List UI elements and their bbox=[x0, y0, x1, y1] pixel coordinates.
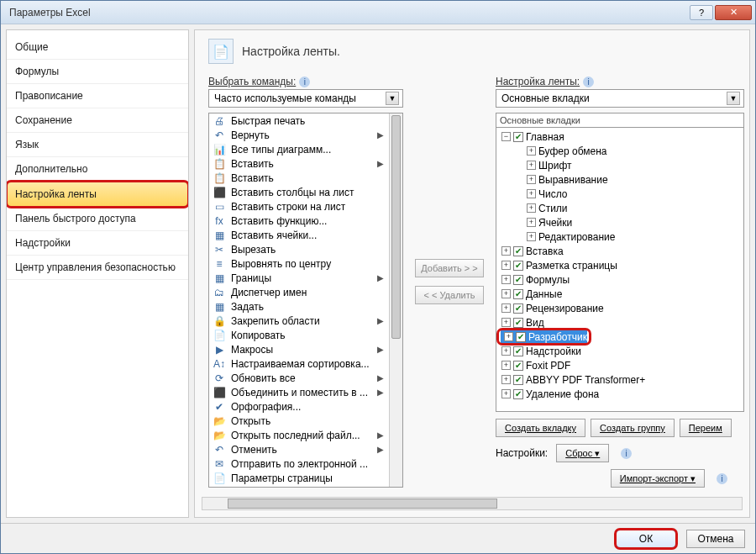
chevron-down-icon: ▼ bbox=[727, 92, 740, 105]
command-icon: ▦ bbox=[213, 300, 226, 314]
tree-tab[interactable]: +✔Разработчик bbox=[501, 330, 587, 344]
command-icon: 📂 bbox=[213, 414, 226, 428]
command-icon: 📋 bbox=[213, 157, 226, 171]
window-title: Параметры Excel bbox=[9, 7, 688, 18]
customise-target-combo[interactable]: Основные вкладки ▼ bbox=[496, 89, 744, 108]
new-tab-button[interactable]: Создать вкладку bbox=[496, 419, 585, 437]
sidebar-item[interactable]: Центр управления безопасностью bbox=[7, 256, 188, 280]
tree-tab[interactable]: +✔Формулы bbox=[498, 272, 742, 287]
scrollbar[interactable] bbox=[389, 113, 402, 487]
command-icon: fx bbox=[213, 214, 226, 228]
command-item[interactable]: ▶Макросы▶ bbox=[209, 342, 389, 356]
sidebar-item[interactable]: Панель быстрого доступа bbox=[7, 207, 188, 231]
help-button[interactable]: ? bbox=[690, 5, 713, 20]
rename-button[interactable]: Переим bbox=[680, 419, 732, 437]
command-icon: ⟳ bbox=[213, 372, 226, 385]
tree-tab[interactable]: +✔ABBYY PDF Transformer+ bbox=[498, 372, 742, 387]
tree-tab[interactable]: +✔Удаление фона bbox=[498, 387, 742, 401]
command-item[interactable]: ✉Отправить по электронной ... bbox=[209, 456, 389, 471]
tree-group[interactable]: +Редактирование bbox=[498, 230, 742, 244]
info-icon[interactable]: i bbox=[717, 473, 727, 484]
tree-tab[interactable]: +✔Вид bbox=[498, 315, 742, 330]
horizontal-scrollbar[interactable] bbox=[202, 497, 743, 510]
command-item[interactable]: 📂Открыть последний файл...▶ bbox=[209, 428, 389, 442]
settings-row: Настройки: Сброс ▾ i bbox=[496, 444, 744, 462]
main-panel: 📄 Настройка ленты. Выбрать команды:i Час… bbox=[194, 29, 750, 518]
titlebar: Параметры Excel ? ✕ bbox=[1, 1, 755, 24]
chevron-right-icon: ▶ bbox=[377, 445, 384, 454]
command-item[interactable]: 📋Вставить bbox=[209, 171, 389, 185]
command-item[interactable]: fxВставить функцию... bbox=[209, 214, 389, 228]
tree-group[interactable]: +Стили bbox=[498, 201, 742, 215]
command-item[interactable]: ⟳Обновить все▶ bbox=[209, 371, 389, 385]
command-item[interactable]: 📂Открыть bbox=[209, 414, 389, 428]
excel-options-window: Параметры Excel ? ✕ ОбщиеФормулыПравопис… bbox=[0, 0, 756, 554]
cancel-button[interactable]: Отмена bbox=[686, 530, 745, 548]
close-button[interactable]: ✕ bbox=[715, 5, 752, 20]
tree-tab[interactable]: +✔Разметка страницы bbox=[498, 258, 742, 272]
command-item[interactable]: 📄Копировать bbox=[209, 328, 389, 342]
tree-tab[interactable]: +✔Данные bbox=[498, 287, 742, 301]
sidebar-item[interactable]: Дополнительно bbox=[7, 157, 188, 182]
tree-group[interactable]: +Буфер обмена bbox=[498, 144, 742, 158]
sidebar-item[interactable]: Правописание bbox=[7, 84, 188, 108]
remove-button[interactable]: < < Удалить bbox=[415, 286, 484, 304]
command-item[interactable]: 🔒Закрепить области▶ bbox=[209, 314, 389, 328]
command-icon: 🗂 bbox=[213, 286, 226, 299]
command-item[interactable]: ≡Выровнять по центру bbox=[209, 256, 389, 271]
command-item[interactable]: ✔Орфография... bbox=[209, 399, 389, 414]
command-item[interactable]: ⬛Вставить столбцы на лист bbox=[209, 185, 389, 199]
tree-group[interactable]: +Число bbox=[498, 187, 742, 201]
settings-label: Настройки: bbox=[496, 447, 548, 459]
ok-button[interactable]: ОК bbox=[616, 530, 676, 548]
command-item[interactable]: 🗂Диспетчер имен bbox=[209, 285, 389, 299]
ribbon-tree[interactable]: −✔Главная+Буфер обмена+Шрифт+Выравнивани… bbox=[496, 127, 744, 412]
command-item[interactable]: ✂Вырезать bbox=[209, 242, 389, 256]
choose-commands-combo[interactable]: Часто используемые команды ▼ bbox=[208, 89, 403, 108]
tree-group[interactable]: +Выравнивание bbox=[498, 172, 742, 187]
command-item[interactable]: ▭Вставить строки на лист bbox=[209, 199, 389, 214]
tree-group[interactable]: +Шрифт bbox=[498, 158, 742, 172]
command-icon: ≡ bbox=[213, 257, 226, 271]
reset-button[interactable]: Сброс ▾ bbox=[556, 444, 609, 462]
command-item[interactable]: 🖨Быстрая печать bbox=[209, 113, 389, 128]
tree-group[interactable]: +Ячейки bbox=[498, 215, 742, 230]
tree-tab[interactable]: +✔Foxit PDF bbox=[498, 358, 742, 372]
command-item[interactable]: ↶Вернуть▶ bbox=[209, 128, 389, 142]
sidebar-item[interactable]: Общие bbox=[7, 35, 188, 60]
sidebar-item[interactable]: Настройка ленты bbox=[7, 182, 188, 207]
command-icon: 🔒 bbox=[213, 314, 226, 328]
command-item[interactable]: ⬛Объединить и поместить в ...▶ bbox=[209, 385, 389, 399]
command-item[interactable]: ▦Вставить ячейки... bbox=[209, 228, 389, 242]
info-icon[interactable]: i bbox=[299, 77, 310, 87]
commands-list[interactable]: 🖨Быстрая печать↶Вернуть▶📊Все типы диагра… bbox=[208, 113, 403, 488]
command-item[interactable]: ▦Задать bbox=[209, 299, 389, 314]
command-item[interactable]: 📋Вставить▶ bbox=[209, 156, 389, 171]
command-item[interactable]: 📊Все типы диаграмм... bbox=[209, 142, 389, 156]
tree-tab[interactable]: −✔Главная bbox=[498, 129, 742, 144]
sidebar-item[interactable]: Формулы bbox=[7, 60, 188, 84]
command-item[interactable]: ▦Границы▶ bbox=[209, 271, 389, 285]
new-group-button[interactable]: Создать группу bbox=[591, 419, 675, 437]
sidebar-item[interactable]: Надстройки bbox=[7, 231, 188, 256]
info-icon[interactable]: i bbox=[621, 448, 632, 459]
command-icon: ▦ bbox=[213, 229, 226, 242]
dialog-body: ОбщиеФормулыПравописаниеСохранениеЯзыкДо… bbox=[1, 24, 755, 523]
add-button[interactable]: Добавить > > bbox=[415, 259, 484, 277]
tree-tab[interactable]: +✔Вставка bbox=[498, 244, 742, 258]
command-icon: 📋 bbox=[213, 171, 226, 185]
tree-tab[interactable]: +✔Рецензирование bbox=[498, 301, 742, 315]
command-item[interactable]: ⊞Пересчет bbox=[209, 485, 389, 487]
import-export-button[interactable]: Импорт-экспорт ▾ bbox=[611, 469, 705, 488]
command-item[interactable]: ↶Отменить▶ bbox=[209, 442, 389, 456]
tree-tab[interactable]: +✔Надстройки bbox=[498, 344, 742, 358]
chevron-right-icon: ▶ bbox=[377, 273, 384, 282]
command-item[interactable]: 📄Параметры страницы bbox=[209, 471, 389, 485]
info-icon[interactable]: i bbox=[583, 77, 594, 87]
command-item[interactable]: A↕Настраиваемая сортировка... bbox=[209, 356, 389, 371]
ribbon-column: Настройка ленты:i Основные вкладки ▼ Осн… bbox=[496, 76, 744, 488]
columns: Выбрать команды:i Часто используемые ком… bbox=[208, 76, 744, 488]
command-icon: ⬛ bbox=[213, 186, 226, 199]
sidebar-item[interactable]: Сохранение bbox=[7, 108, 188, 133]
sidebar-item[interactable]: Язык bbox=[7, 133, 188, 157]
